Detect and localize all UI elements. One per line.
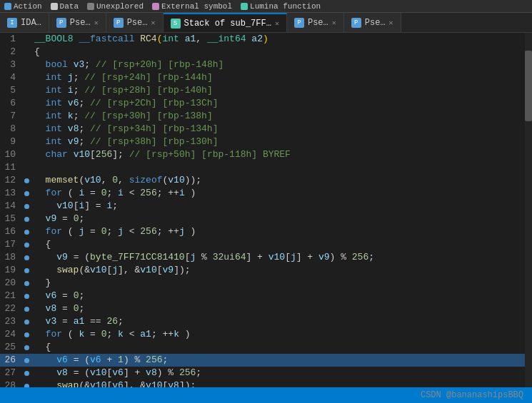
line-dot-8: [21, 123, 31, 136]
scrollbar[interactable]: [525, 33, 532, 387]
line-dot-1: [21, 33, 31, 46]
line-content-10: char v10[256]; // [rsp+50h] [rbp-118h] B…: [31, 148, 532, 161]
legend-unexplored-dot: [87, 3, 94, 10]
line-dot-16: [21, 225, 31, 238]
line-content-15: v9 = 0;: [31, 213, 532, 225]
line-content-2: {: [31, 46, 532, 58]
status-bar: CSDN @bananashipsBBQ: [0, 387, 532, 403]
tab-pse2-icon: P: [114, 18, 124, 28]
line-num-22: 22: [0, 302, 21, 315]
line-dot-20: [21, 277, 31, 290]
line-content-22: v8 = 0;: [31, 302, 532, 315]
line-num-20: 20: [0, 277, 21, 290]
legend-data-dot: [51, 3, 58, 10]
line-num-3: 3: [0, 58, 21, 71]
tab-pse2-close[interactable]: ✕: [151, 19, 155, 27]
line-num-16: 16: [0, 225, 21, 238]
code-area[interactable]: 1 __BOOL8 __fastcall RC4(int a1, __int64…: [0, 33, 532, 387]
tab-ida[interactable]: I IDA…: [0, 13, 49, 32]
line-content-11: [31, 161, 532, 174]
line-num-9: 9: [0, 136, 21, 148]
code-line-11: 11: [0, 161, 532, 174]
line-content-17: {: [31, 238, 532, 251]
tab-stack-icon: S: [171, 19, 181, 29]
line-content-14: v10[i] = i;: [31, 200, 532, 213]
line-num-19: 19: [0, 264, 21, 277]
code-line-1: 1 __BOOL8 __fastcall RC4(int a1, __int64…: [0, 33, 532, 46]
tab-pse3-close[interactable]: ✕: [332, 19, 336, 27]
line-dot-11: [21, 161, 31, 174]
line-dot-5: [21, 84, 31, 97]
tab-pse4-icon: P: [351, 18, 361, 28]
code-line-18: 18 v9 = (byte_7FF71CC81410[j % 32ui64] +…: [0, 251, 532, 264]
tab-pse2[interactable]: P Pse… ✕: [106, 13, 164, 32]
legend-lumina: Lumina function: [241, 2, 321, 11]
legend-unexplored: Unexplored: [87, 2, 144, 11]
line-dot-9: [21, 136, 31, 148]
tab-pse3[interactable]: P Pse… ✕: [287, 13, 344, 32]
code-line-26: 26 v6 = (v6 + 1) % 256;: [0, 354, 532, 367]
line-dot-4: [21, 71, 31, 84]
legend-external: External symbol: [152, 2, 232, 11]
tab-stack[interactable]: S Stack of sub_7FF… ✕: [164, 13, 287, 32]
line-dot-18: [21, 251, 31, 264]
tab-pse4[interactable]: P Pse… ✕: [344, 13, 401, 32]
line-content-25: {: [31, 341, 532, 354]
tab-ida-label: IDA…: [21, 18, 41, 28]
tab-pse1[interactable]: P Pse… ✕: [49, 13, 106, 32]
code-line-6: 6 int v6; // [rsp+2Ch] [rbp-13Ch]: [0, 97, 532, 110]
line-content-26: v6 = (v6 + 1) % 256;: [31, 354, 532, 367]
code-line-17: 17 {: [0, 238, 532, 251]
code-line-15: 15 v9 = 0;: [0, 213, 532, 225]
line-num-13: 13: [0, 187, 21, 200]
line-dot-23: [21, 315, 31, 328]
line-num-24: 24: [0, 328, 21, 341]
line-num-5: 5: [0, 84, 21, 97]
line-content-18: v9 = (byte_7FF71CC81410[j % 32ui64] + v1…: [31, 251, 532, 264]
line-dot-13: [21, 187, 31, 200]
code-line-19: 19 swap(&v10[j], &v10[v9]);: [0, 264, 532, 277]
line-num-1: 1: [0, 33, 21, 46]
code-line-27: 27 v8 = (v10[v6] + v8) % 256;: [0, 367, 532, 379]
line-num-14: 14: [0, 200, 21, 213]
code-line-8: 8 int v8; // [rsp+34h] [rbp-134h]: [0, 123, 532, 136]
line-dot-3: [21, 58, 31, 71]
line-content-23: v3 = a1 == 26;: [31, 315, 532, 328]
legend-lumina-dot: [241, 3, 248, 10]
tab-pse1-close[interactable]: ✕: [94, 19, 99, 27]
line-content-13: for ( i = 0; i < 256; ++i ): [31, 187, 532, 200]
line-dot-14: [21, 200, 31, 213]
line-content-5: int i; // [rsp+28h] [rbp-140h]: [31, 84, 532, 97]
legend-external-dot: [152, 3, 159, 10]
line-content-7: int k; // [rsp+30h] [rbp-138h]: [31, 110, 532, 123]
line-num-15: 15: [0, 213, 21, 225]
code-line-16: 16 for ( j = 0; j < 256; ++j ): [0, 225, 532, 238]
line-num-26: 26: [0, 354, 21, 367]
tab-pse3-icon: P: [294, 18, 304, 28]
line-dot-6: [21, 97, 31, 110]
code-line-9: 9 int v9; // [rsp+38h] [rbp-130h]: [0, 136, 532, 148]
line-content-16: for ( j = 0; j < 256; ++j ): [31, 225, 532, 238]
line-dot-15: [21, 213, 31, 225]
code-line-21: 21 v6 = 0;: [0, 290, 532, 302]
tab-pse1-icon: P: [56, 18, 66, 28]
line-content-19: swap(&v10[j], &v10[v9]);: [31, 264, 532, 277]
line-num-18: 18: [0, 251, 21, 264]
line-dot-10: [21, 148, 31, 161]
line-dot-19: [21, 264, 31, 277]
line-content-6: int v6; // [rsp+2Ch] [rbp-13Ch]: [31, 97, 532, 110]
line-num-27: 27: [0, 367, 21, 379]
line-num-25: 25: [0, 341, 21, 354]
line-dot-7: [21, 110, 31, 123]
line-num-6: 6: [0, 97, 21, 110]
line-content-24: for ( k = 0; k < a1; ++k ): [31, 328, 532, 341]
legend-bar: Action Data Unexplored External symbol L…: [0, 0, 532, 13]
scrollbar-thumb[interactable]: [525, 51, 532, 121]
code-line-10: 10 char v10[256]; // [rsp+50h] [rbp-118h…: [0, 148, 532, 161]
tab-pse1-label: Pse…: [70, 18, 91, 28]
tab-stack-close[interactable]: ✕: [275, 19, 279, 28]
line-content-1: __BOOL8 __fastcall RC4(int a1, __int64 a…: [31, 33, 532, 46]
legend-action: Action: [4, 2, 42, 11]
tab-pse4-close[interactable]: ✕: [389, 19, 393, 27]
line-content-4: int j; // [rsp+24h] [rbp-144h]: [31, 71, 532, 84]
